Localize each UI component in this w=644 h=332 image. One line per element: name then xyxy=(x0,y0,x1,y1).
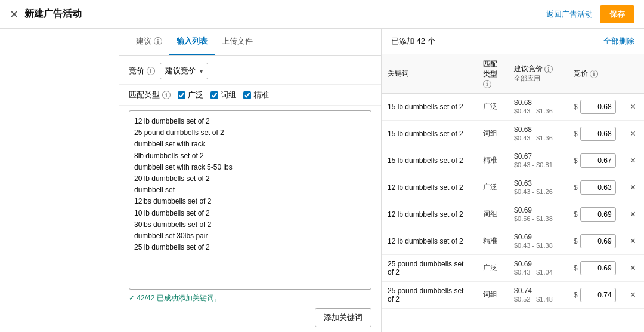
bid-input[interactable] xyxy=(580,261,616,275)
success-message: ✓ 42/42 已成功添加关键词。 xyxy=(129,293,371,303)
bid-label: 竞价 ℹ xyxy=(129,66,155,76)
match-exact-option[interactable]: 精准 xyxy=(243,90,269,100)
save-button[interactable]: 保存 xyxy=(600,5,634,23)
match-phrase-option[interactable]: 词组 xyxy=(210,90,236,100)
bid-input[interactable] xyxy=(580,207,616,222)
bid-dropdown[interactable]: 建议竞价 ▾ xyxy=(160,63,208,79)
match-type-cell: 词组 xyxy=(477,281,508,308)
dollar-sign: $ xyxy=(574,103,578,111)
match-type-cell: 精准 xyxy=(477,228,508,254)
remove-button[interactable]: × xyxy=(628,128,638,139)
remove-button[interactable]: × xyxy=(628,102,638,112)
dollar-sign: $ xyxy=(574,210,578,219)
match-type-cell: 广泛 xyxy=(477,174,508,201)
remove-button[interactable]: × xyxy=(628,155,638,166)
remove-button[interactable]: × xyxy=(628,236,638,247)
tab-suggestion[interactable]: 建议 ℹ xyxy=(129,29,169,55)
suggested-bid-cell: $0.68 $0.43 - $1.36 xyxy=(508,120,568,147)
tabs: 建议 ℹ 输入列表 上传文件 xyxy=(119,29,381,56)
remove-cell: × xyxy=(622,281,644,308)
match-broad-option[interactable]: 广泛 xyxy=(178,90,203,100)
suggested-bid-cell: $0.69 $0.56 - $1.38 xyxy=(508,201,568,228)
match-type-cell: 精准 xyxy=(477,147,508,174)
remove-cell: × xyxy=(622,174,644,201)
bid-input[interactable] xyxy=(580,153,616,168)
tab-upload-file[interactable]: 上传文件 xyxy=(215,29,260,55)
table-row: 15 lb dumbbells set of 2 广泛 $0.68 $0.43 … xyxy=(382,93,644,120)
remove-button[interactable]: × xyxy=(628,182,638,193)
bid-input[interactable] xyxy=(580,288,616,302)
suggested-bid-cell: $0.67 $0.43 - $0.81 xyxy=(508,147,568,174)
topbar-left: ✕ 新建广告活动 xyxy=(10,8,82,21)
bid-input[interactable] xyxy=(580,234,616,248)
bid-input-cell: $ xyxy=(568,120,622,147)
tab-input-list[interactable]: 输入列表 xyxy=(169,29,215,55)
keyword-cell: 25 pound dumbbells set of 2 xyxy=(382,254,477,281)
match-phrase-checkbox[interactable] xyxy=(210,91,218,99)
table-row: 25 pound dumbbells set of 2 词组 $0.74 $0.… xyxy=(382,281,644,308)
remove-cell: × xyxy=(622,228,644,254)
bid-th-info-icon[interactable]: ℹ xyxy=(590,70,598,78)
keyword-cell: 15 lb dumbbells set of 2 xyxy=(382,147,477,174)
keywords-table-scroll[interactable]: 关键词 匹配类型 ℹ 建议竞价 ℹ 全部应用 xyxy=(382,54,644,332)
table-row: 12 lb dumbbells set of 2 词组 $0.69 $0.56 … xyxy=(382,201,644,228)
remove-button[interactable]: × xyxy=(628,263,638,273)
remove-cell: × xyxy=(622,254,644,281)
table-row: 25 pound dumbbells set of 2 广泛 $0.69 $0.… xyxy=(382,254,644,281)
keyword-cell: 12 lb dumbbells set of 2 xyxy=(382,201,477,228)
remove-button[interactable]: × xyxy=(628,209,638,220)
dollar-sign: $ xyxy=(574,264,578,272)
table-row: 12 lb dumbbells set of 2 精准 $0.69 $0.43 … xyxy=(382,228,644,254)
left-panel: 建议 ℹ 输入列表 上传文件 竞价 ℹ 建议竞价 ▾ xyxy=(119,29,382,332)
match-type-th-info-icon[interactable]: ℹ xyxy=(483,80,491,88)
main-area: 建议 ℹ 输入列表 上传文件 竞价 ℹ 建议竞价 ▾ xyxy=(0,29,644,332)
suggestion-tab-info-icon[interactable]: ℹ xyxy=(154,37,162,45)
dollar-sign: $ xyxy=(574,183,578,192)
suggested-bid-th-info-icon[interactable]: ℹ xyxy=(544,65,553,73)
added-count-label: 已添加 42 个 xyxy=(391,36,435,47)
suggested-bid-cell: $0.63 $0.43 - $1.26 xyxy=(508,174,568,201)
match-exact-checkbox[interactable] xyxy=(243,91,251,99)
page-title: 新建广告活动 xyxy=(24,8,82,20)
table-row: 15 lb dumbbells set of 2 精准 $0.67 $0.43 … xyxy=(382,147,644,174)
bid-input[interactable] xyxy=(580,127,616,141)
keyword-cell: 25 pound dumbbells set of 2 xyxy=(382,281,477,308)
th-keyword: 关键词 xyxy=(382,54,477,93)
back-to-campaigns-link[interactable]: 返回广告活动 xyxy=(546,9,593,20)
close-icon[interactable]: ✕ xyxy=(10,8,18,21)
keyword-textarea[interactable]: 12 lb dumbbells set of 2 25 pound dumbbe… xyxy=(129,110,371,290)
table-row: 12 lb dumbbells set of 2 广泛 $0.63 $0.43 … xyxy=(382,174,644,201)
content-area: 建议 ℹ 输入列表 上传文件 竞价 ℹ 建议竞价 ▾ xyxy=(119,29,644,332)
match-type-section: 匹配类型 ℹ 广泛 词组 精准 xyxy=(119,85,381,106)
remove-button[interactable]: × xyxy=(628,290,638,300)
table-row: 15 lb dumbbells set of 2 词组 $0.68 $0.43 … xyxy=(382,120,644,147)
match-options: 广泛 词组 精准 xyxy=(178,90,269,100)
bid-input[interactable] xyxy=(580,100,616,114)
bid-dropdown-chevron-icon: ▾ xyxy=(200,68,203,75)
th-suggested-bid: 建议竞价 ℹ 全部应用 xyxy=(508,54,568,93)
match-broad-checkbox[interactable] xyxy=(178,91,185,99)
remove-cell: × xyxy=(622,93,644,120)
remove-cell: × xyxy=(622,201,644,228)
match-type-cell: 词组 xyxy=(477,201,508,228)
th-bid: 竞价 ℹ xyxy=(568,54,622,93)
delete-all-link[interactable]: 全部删除 xyxy=(603,36,634,47)
match-type-info-icon[interactable]: ℹ xyxy=(162,91,171,99)
bid-input[interactable] xyxy=(580,180,616,195)
keyword-cell: 12 lb dumbbells set of 2 xyxy=(382,228,477,254)
match-type-cell: 广泛 xyxy=(477,93,508,120)
keyword-cell: 12 lb dumbbells set of 2 xyxy=(382,174,477,201)
bid-input-cell: $ xyxy=(568,174,622,201)
dollar-sign: $ xyxy=(574,291,578,299)
keyword-cell: 15 lb dumbbells set of 2 xyxy=(382,120,477,147)
bid-info-icon[interactable]: ℹ xyxy=(147,67,155,75)
match-type-cell: 词组 xyxy=(477,120,508,147)
textarea-area: 12 lb dumbbells set of 2 25 pound dumbbe… xyxy=(119,106,381,332)
add-keywords-button[interactable]: 添加关键词 xyxy=(315,308,371,327)
remove-cell: × xyxy=(622,120,644,147)
bid-section: 竞价 ℹ 建议竞价 ▾ xyxy=(119,56,381,85)
bid-input-cell: $ xyxy=(568,281,622,308)
th-suggested-bid-sub[interactable]: 全部应用 xyxy=(514,75,540,82)
right-panel-header: 已添加 42 个 全部删除 xyxy=(382,29,644,54)
dollar-sign: $ xyxy=(574,237,578,245)
